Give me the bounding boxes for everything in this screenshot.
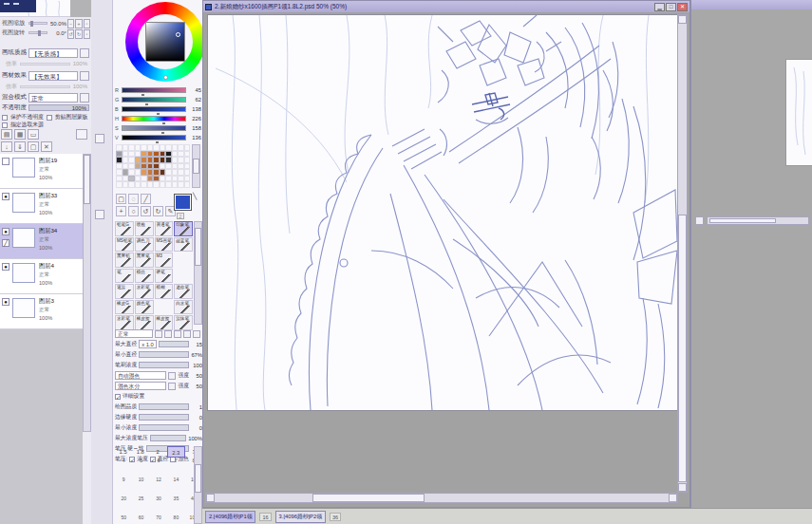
layer-row[interactable]: ●图层33正常100% <box>0 189 83 224</box>
document-tab[interactable]: 2.[4096婚纱]P1领 <box>205 511 255 523</box>
color-wheel[interactable] <box>125 2 205 82</box>
selection-source-checkbox[interactable] <box>2 122 8 128</box>
brush-size-cell[interactable]: 10 <box>132 477 149 496</box>
brush-size-cell[interactable]: 5 <box>132 458 149 477</box>
brush-size-cell[interactable]: 60 <box>132 515 149 524</box>
mix-label-box[interactable]: 混色水分 <box>115 382 166 390</box>
setting-slider[interactable] <box>139 424 189 431</box>
brush-button[interactable]: 模仿 <box>135 269 154 284</box>
transfer-down-button[interactable]: ↓ <box>1 141 12 152</box>
secondary-scrollbar-thumb[interactable] <box>709 218 776 223</box>
brush-button[interactable]: 橡皮G <box>115 300 134 315</box>
setting-slider[interactable] <box>159 341 189 347</box>
flip-view-tool[interactable]: ↻ <box>153 206 163 216</box>
merge-down-button[interactable]: ⇓ <box>14 141 26 152</box>
brush-button[interactable]: 普通笔 <box>155 221 174 236</box>
brush-size-option[interactable]: 1.5 <box>115 446 131 458</box>
rotate-ccw-button[interactable]: ↺ <box>67 29 74 39</box>
brush-button[interactable]: 黑置铅 <box>115 253 134 268</box>
brush-button[interactable]: 白水笔 <box>174 300 193 315</box>
scroll-up-button[interactable] <box>678 15 687 24</box>
brush-button[interactable]: 黑置笔 <box>135 253 154 268</box>
current-color-swatch[interactable] <box>174 194 192 211</box>
size-scrollbar[interactable] <box>194 446 202 524</box>
layer-scrollbar-thumb[interactable] <box>84 155 90 204</box>
view-zoom-slider[interactable] <box>28 22 47 25</box>
paper-texture-option-button[interactable] <box>80 48 89 58</box>
document-tab[interactable]: 3.[4096婚纱]P2领 <box>275 511 326 523</box>
secondary-horizontal-scrollbar[interactable] <box>695 216 811 226</box>
brush-button[interactable]: 喷枪 <box>135 221 154 236</box>
swatch-scrollbar[interactable] <box>192 144 200 188</box>
swatch-scrollbar-thumb[interactable] <box>193 159 199 174</box>
navigator-preview[interactable] <box>0 0 91 17</box>
scroll-left-button[interactable] <box>206 494 215 502</box>
brush-shape-button[interactable] <box>193 330 200 338</box>
brush-shape-button[interactable] <box>164 330 172 338</box>
color-slider-thumb[interactable] <box>156 141 159 143</box>
brush-size-cell[interactable]: 9 <box>115 477 132 496</box>
delete-layer-button[interactable]: ✕ <box>41 141 52 152</box>
brush-size-cell[interactable]: 14 <box>167 477 184 496</box>
brush-size-option[interactable]: 2 <box>149 446 165 458</box>
brush-mode-select[interactable]: 正常 <box>115 329 153 338</box>
panel-collapse-button[interactable] <box>95 210 104 219</box>
brush-size-cell[interactable]: 30 <box>150 496 167 515</box>
brush-button[interactable]: 靛蓝笔 <box>174 237 193 253</box>
advanced-settings-checkbox[interactable]: ✓ <box>115 394 121 400</box>
brush-button[interactable]: MS铅笔 <box>115 237 134 253</box>
transparent-color-chip[interactable]: 2 <box>177 213 184 219</box>
lasso-tool[interactable]: ◌ <box>128 194 139 204</box>
paper-texture-select[interactable]: 【无质感】 <box>28 48 78 58</box>
rotate-cw-button[interactable]: ↻ <box>75 29 82 39</box>
protect-opacity-checkbox[interactable] <box>2 115 8 121</box>
layer-row[interactable]: ●图层3正常100% <box>0 294 83 329</box>
brush-shape-button[interactable] <box>183 330 191 338</box>
new-folder-button[interactable]: ▭ <box>28 129 39 140</box>
brush-mode-option-button[interactable] <box>155 330 162 338</box>
diameter-unit-select[interactable]: x 1.0 <box>139 340 157 348</box>
brush-button[interactable]: 调色刀 <box>135 237 154 253</box>
maximize-button[interactable]: □ <box>666 3 676 11</box>
canvas-window-titlebar[interactable]: 2.新娘婚纱x1600插画P1领1.8L2.psd 50% (50%) ▁ □ … <box>203 1 689 12</box>
view-rotate-slider[interactable] <box>28 31 47 34</box>
brush-button[interactable]: 速涂 <box>115 284 134 299</box>
brush-button[interactable]: 水彩笔 <box>135 284 154 299</box>
move-tool[interactable]: + <box>116 206 126 216</box>
brush-button[interactable]: M3 <box>155 253 174 268</box>
layer-row[interactable]: ●╱图层34正常100% <box>0 224 83 259</box>
canvas-vertical-scrollbar[interactable] <box>677 14 688 493</box>
saturation-value-square[interactable] <box>145 22 185 62</box>
material-effect-option-button[interactable] <box>80 71 89 81</box>
new-layer-button[interactable]: ▤ <box>1 129 12 140</box>
secondary-canvas[interactable] <box>785 59 812 166</box>
swatch-cell[interactable] <box>184 181 191 188</box>
size-scrollbar-thumb[interactable] <box>195 464 201 493</box>
layer-visibility-checkbox[interactable]: ● <box>2 228 9 235</box>
layer-visibility-checkbox[interactable]: ● <box>2 263 9 271</box>
brush-size-cell[interactable]: 80 <box>167 515 184 524</box>
brush-size-cell[interactable]: 7 <box>167 458 184 477</box>
clear-layer-button[interactable]: ▢ <box>28 141 39 152</box>
brush-scrollbar-thumb[interactable] <box>195 228 201 266</box>
color-slider-bar[interactable] <box>122 135 186 140</box>
brush-button[interactable]: 硬笔 <box>155 269 174 284</box>
select-rect-tool[interactable]: ▢ <box>116 194 126 204</box>
layer-row[interactable]: 图层19正常100% <box>0 154 83 189</box>
blend-mode-option-button[interactable] <box>80 93 89 103</box>
brush-button[interactable]: 迷你笔 <box>174 284 193 299</box>
secondary-scroll-left-button[interactable] <box>695 216 704 225</box>
view-rotate-thumb[interactable] <box>38 30 41 36</box>
brush-button[interactable]: 笔 <box>115 269 134 284</box>
canvas-horizontal-scrollbar[interactable] <box>205 493 678 503</box>
scroll-down-button[interactable] <box>678 483 687 492</box>
close-button[interactable]: ✕ <box>677 3 688 11</box>
zoom-out-button[interactable]: − <box>67 19 74 28</box>
setting-slider[interactable] <box>150 435 186 441</box>
horizontal-scrollbar-thumb[interactable] <box>312 494 425 502</box>
layer-panel-option-button[interactable] <box>76 129 87 140</box>
blend-mode-select[interactable]: 正常 <box>28 93 78 103</box>
brush-button[interactable]: 印象笔 <box>174 221 193 236</box>
panel-collapse-button[interactable] <box>95 134 104 143</box>
opacity-slider[interactable]: 100% <box>28 104 89 111</box>
